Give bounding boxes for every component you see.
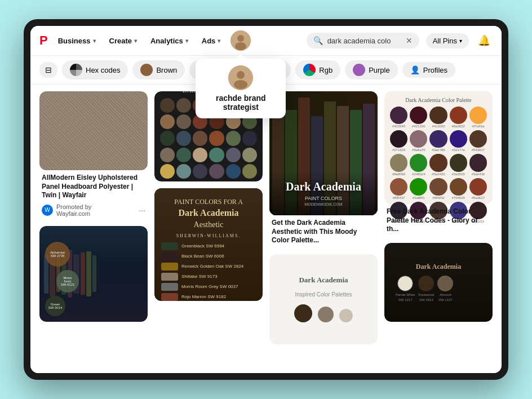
pin-column-3: Dark Academia PAINT COLORS MODENMODIE.CO… <box>269 91 378 344</box>
filter-hex-codes[interactable]: Hex codes <box>62 60 128 79</box>
search-bar[interactable]: 🔍 dark academia colo ✕ <box>307 33 419 48</box>
brown-label: Brown <box>156 66 177 74</box>
profile-avatar-button[interactable]: rachde brand strategist <box>230 30 251 51</box>
pin-card[interactable]: PAINT COLORS FOR A Dark Academia Aesthet… <box>154 188 263 301</box>
promoter-name: Wayfair.com <box>56 210 91 217</box>
pin-card[interactable]: AllModern Eisley Upholstered Panel Headb… <box>39 91 148 219</box>
tablet-screen: P Business ▾ Create ▾ Analytics ▾ Ads ▾ <box>30 26 502 373</box>
pin-image: Dark Academia Panda White SW 1217 <box>384 243 493 322</box>
pin-column-4: Dark Academia Color Palette #422640 #421… <box>384 91 493 322</box>
svg-point-4 <box>237 71 245 79</box>
pin-column-2: "DARK ACADEMIA" <box>154 91 263 301</box>
pin-image: AlchemistSW 2735 MoonIvorySW 6121 GreenS… <box>39 226 148 322</box>
svg-point-5 <box>234 80 247 89</box>
hex-codes-label: Hex codes <box>86 66 120 74</box>
profiles-label: Profiles <box>423 66 447 74</box>
pin-card[interactable]: Dark Academia Panda White SW 1217 <box>384 243 493 322</box>
more-options-icon[interactable]: ··· <box>139 206 145 215</box>
pin-title: AllModern Eisley Upholstered Panel Headb… <box>42 174 145 200</box>
sliders-icon: ⊟ <box>45 65 52 74</box>
pin-title: Get the Dark Academia Aesthetic with Thi… <box>272 219 375 245</box>
notification-button[interactable]: 🔔 <box>476 32 493 49</box>
purple-label: Purple <box>369 66 390 74</box>
hex-codes-icon <box>70 64 82 76</box>
dark-swatches: Panda White SW 1217 Rockwood SW 2813 <box>396 276 481 302</box>
purple-color-dot <box>353 64 365 76</box>
header: P Business ▾ Create ▾ Analytics ▾ Ads ▾ <box>30 26 502 56</box>
sw-swatches: Greenblack SW 6994 Black Bean SW 6006 Re… <box>161 242 256 301</box>
avatar <box>230 30 251 51</box>
dropdown-username: rachde brand strategist <box>205 94 277 112</box>
main-content: AllModern Eisley Upholstered Panel Headb… <box>30 85 502 373</box>
promo-avatar: W <box>42 205 53 216</box>
dropdown-avatar <box>228 65 253 90</box>
pinterest-logo[interactable]: P <box>39 33 48 48</box>
filter-icon-button[interactable]: ⊟ <box>39 62 57 78</box>
nav-business[interactable]: Business ▾ <box>55 34 99 47</box>
simple-dots <box>294 304 353 322</box>
dark-academia-title: Dark Academia <box>396 263 481 271</box>
chevron-down-icon: ▾ <box>185 38 188 44</box>
pin-info: AllModern Eisley Upholstered Panel Headb… <box>39 170 148 219</box>
filter-brown[interactable]: Brown <box>132 60 185 79</box>
nav-ads[interactable]: Ads ▾ <box>198 34 224 47</box>
hex-grid: #422640 #421220 #4c3020 #8a3822 #f7a43a … <box>390 107 487 223</box>
pin-image: Dark Academia Color Palette #422640 #421… <box>384 91 493 204</box>
promoted-label: Promoted by <box>56 203 91 210</box>
pin-image: Dark Academia Inspired Color Palettes <box>269 254 378 344</box>
tablet-frame: P Business ▾ Create ▾ Analytics ▾ Ads ▾ <box>24 19 508 380</box>
svg-point-1 <box>237 35 244 42</box>
chevron-down-icon: ▾ <box>93 38 96 44</box>
pin-card[interactable]: Dark Academia Color Palette #422640 #421… <box>384 91 493 236</box>
chevron-down-icon: ▾ <box>134 38 137 44</box>
chevron-down-icon: ▾ <box>218 38 220 44</box>
all-pins-button[interactable]: All Pins ▾ <box>426 33 469 48</box>
pin-image: PAINT COLORS FOR A Dark Academia Aesthet… <box>154 188 263 301</box>
filter-rgb[interactable]: Rgb <box>295 60 340 79</box>
search-text: dark academia colo <box>327 37 401 45</box>
pin-card[interactable]: Dark Academia Inspired Color Palettes <box>269 254 378 344</box>
search-icon: 🔍 <box>313 36 323 45</box>
profile-dropdown: rachde brand strategist <box>196 59 286 118</box>
brown-color-dot <box>140 64 153 76</box>
promo-info: Promoted by Wayfair.com <box>56 203 91 217</box>
palette-title: Dark Academia Color Palette <box>390 97 487 103</box>
svg-point-2 <box>235 42 246 50</box>
rgb-color-dot <box>303 64 316 76</box>
chevron-down-icon: ▾ <box>459 38 462 44</box>
rgb-label: Rgb <box>319 66 333 74</box>
pin-card[interactable]: Dark Academia PAINT COLORS MODENMODIE.CO… <box>269 91 378 247</box>
pins-grid: AllModern Eisley Upholstered Panel Headb… <box>39 91 493 344</box>
pin-image <box>39 91 148 170</box>
pin-promo: W Promoted by Wayfair.com ··· <box>42 203 145 217</box>
filter-profiles[interactable]: 👤 Profiles <box>402 62 455 78</box>
pin-info: Get the Dark Academia Aesthetic with Thi… <box>269 215 378 247</box>
search-clear-icon[interactable]: ✕ <box>406 36 413 45</box>
pin-column-1: AllModern Eisley Upholstered Panel Headb… <box>39 91 148 322</box>
filter-purple[interactable]: Purple <box>345 60 398 79</box>
pin-card[interactable]: AlchemistSW 2735 MoonIvorySW 6121 GreenS… <box>39 226 148 322</box>
nav-analytics[interactable]: Analytics ▾ <box>147 34 192 47</box>
nav-create[interactable]: Create ▾ <box>106 34 140 47</box>
person-icon: 👤 <box>410 65 420 74</box>
